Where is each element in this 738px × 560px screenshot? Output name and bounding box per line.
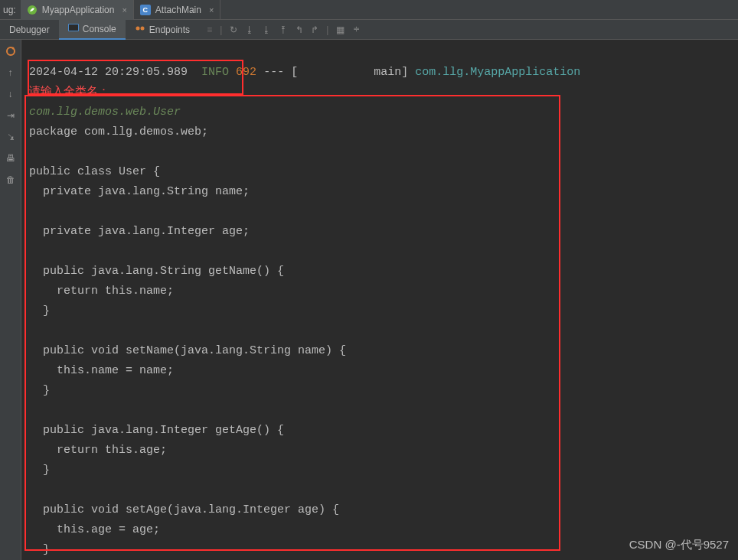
log-timestamp: 2024-04-12 20:29:05.989 bbox=[29, 66, 188, 79]
decompiled-code: package com.llg.demos.web; public class … bbox=[29, 125, 346, 560]
log-level: INFO bbox=[201, 66, 229, 79]
tab-console-label: Console bbox=[83, 24, 116, 34]
gutter-toolbar: ↑ ↓ ⇥ ⭸ 🖶 🗑 bbox=[0, 40, 21, 560]
separator-icon: ≡ bbox=[207, 24, 212, 35]
console-output[interactable]: 2024-04-12 20:29:05.989 INFO 692 --- [ m… bbox=[21, 40, 738, 560]
arrow-down-icon[interactable]: ↓ bbox=[4, 87, 18, 101]
settings-icon[interactable]: ⫩ bbox=[352, 24, 361, 35]
rerun-icon[interactable] bbox=[4, 44, 18, 58]
console-toolbar: ≡ | ↻ ⭳ ⭳ ⭱ ↰ ↱ | ▦ ⫩ bbox=[207, 24, 361, 35]
file-tab-myapp[interactable]: MyappApplication × bbox=[21, 0, 134, 20]
svg-point-6 bbox=[11, 47, 14, 50]
watermark-text: CSDN @-代号9527 bbox=[629, 538, 729, 552]
close-icon[interactable]: × bbox=[209, 5, 214, 15]
trash-icon[interactable]: 🗑 bbox=[4, 173, 18, 187]
log-pid: 692 bbox=[236, 66, 256, 79]
prompt-label: 请输入全类名： bbox=[29, 86, 109, 99]
endpoints-icon bbox=[135, 24, 145, 35]
tabs-prefix-label: ug: bbox=[3, 5, 21, 15]
separator-icon: | bbox=[326, 24, 328, 35]
svg-point-4 bbox=[140, 27, 144, 31]
upload-icon[interactable]: ⭱ bbox=[279, 24, 288, 35]
tab-console[interactable]: Console bbox=[59, 20, 126, 40]
scroll-end-icon[interactable]: ⭸ bbox=[4, 130, 18, 144]
arrow-up-icon[interactable]: ↑ bbox=[4, 66, 18, 80]
download-icon[interactable]: ⭳ bbox=[245, 24, 254, 35]
tab-debugger[interactable]: Debugger bbox=[0, 20, 59, 40]
separator-icon: | bbox=[220, 24, 222, 35]
file-tabs-row: ug: MyappApplication × C AttachMain × bbox=[0, 0, 738, 20]
run-tabs-row: Debugger Console Endpoints ≡ | ↻ ⭳ ⭳ ⭱ ↰… bbox=[0, 20, 738, 40]
step-icon[interactable]: ↰ bbox=[296, 24, 303, 35]
tab-endpoints-label: Endpoints bbox=[149, 24, 190, 35]
class-icon: C bbox=[140, 5, 151, 15]
soft-wrap-icon[interactable]: ⇥ bbox=[4, 109, 18, 122]
log-separator: --- [ bbox=[263, 66, 298, 79]
svg-point-3 bbox=[136, 27, 139, 31]
layout-icon[interactable]: ▦ bbox=[336, 24, 345, 35]
print-icon[interactable]: 🖶 bbox=[4, 151, 18, 165]
log-thread: main] bbox=[298, 66, 408, 79]
log-class: com.llg.MyappApplication bbox=[415, 66, 580, 79]
svg-rect-2 bbox=[69, 24, 78, 31]
download-icon[interactable]: ⭳ bbox=[262, 24, 271, 35]
file-tab-label: MyappApplication bbox=[42, 5, 115, 15]
file-tab-label: AttachMain bbox=[155, 5, 201, 15]
up-arrow-icon[interactable]: ↻ bbox=[230, 24, 237, 35]
spring-leaf-icon bbox=[27, 5, 38, 15]
tab-debugger-label: Debugger bbox=[9, 24, 50, 35]
user-input-text: com.llg.demos.web.User bbox=[29, 106, 181, 119]
step-icon[interactable]: ↱ bbox=[311, 24, 318, 35]
close-icon[interactable]: × bbox=[122, 5, 126, 15]
tab-endpoints[interactable]: Endpoints bbox=[126, 20, 199, 40]
file-tab-attach[interactable]: C AttachMain × bbox=[134, 0, 220, 20]
console-icon bbox=[68, 23, 79, 34]
